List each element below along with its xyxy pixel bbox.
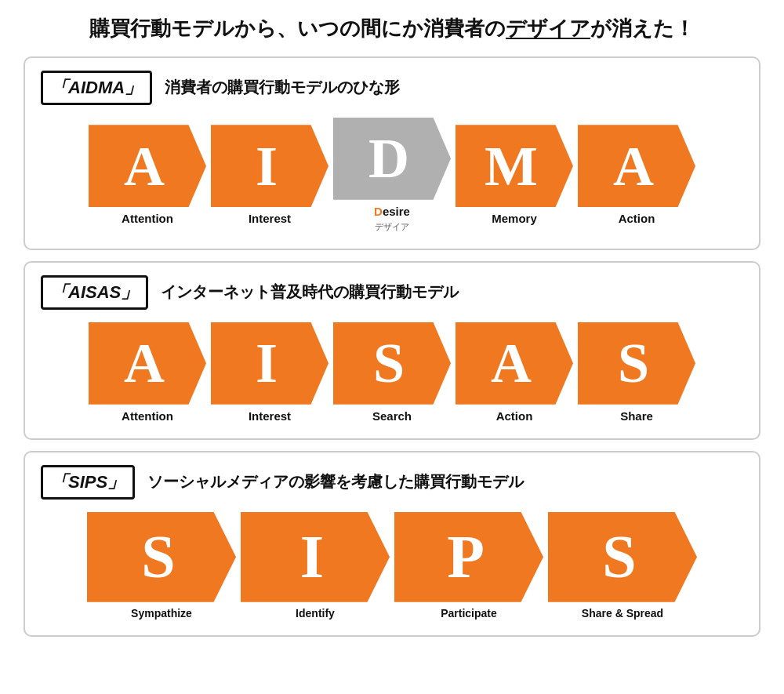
- arrow-shape-A-4: A: [578, 125, 695, 207]
- section-header-sips: 「SIPS」ソーシャルメディアの影響を考慮した購買行動モデル: [41, 465, 743, 500]
- arrow-letter-S-4: S: [618, 335, 649, 391]
- section-label-aisas: 「AISAS」: [41, 275, 148, 310]
- arrow-item-A-0: AAttention: [89, 125, 206, 225]
- section-aisas: 「AISAS」インターネット普及時代の購買行動モデルAAttentionIInt…: [24, 261, 760, 440]
- arrow-letter-A-0: A: [124, 335, 165, 391]
- arrow-item-I-1: IInterest: [211, 125, 328, 225]
- arrows-row-sips: SSympathizeIIdentifyPParticipateSShare &…: [41, 512, 743, 620]
- arrow-letter-I-1: I: [300, 526, 324, 587]
- arrow-shape-A-0: A: [89, 322, 206, 405]
- arrow-item-S-4: SShare: [578, 322, 695, 423]
- arrow-item-I-1: IIdentify: [241, 512, 390, 620]
- section-label-sips: 「SIPS」: [41, 465, 135, 500]
- arrow-label-3: Share & Spread: [582, 607, 663, 620]
- arrow-shape-S-3: S: [548, 512, 697, 602]
- arrow-letter-D-2: D: [368, 130, 409, 187]
- arrow-letter-A-0: A: [124, 138, 165, 194]
- arrow-item-M-3: MMemory: [456, 125, 573, 225]
- arrow-item-D-2: DDesireデザイア: [333, 118, 451, 233]
- arrow-shape-D-2: D: [333, 118, 451, 200]
- arrow-shape-I-1: I: [211, 125, 328, 207]
- section-sips: 「SIPS」ソーシャルメディアの影響を考慮した購買行動モデルSSympathiz…: [24, 451, 760, 637]
- desire-sublabel: デザイア: [375, 221, 409, 233]
- arrow-item-A-0: AAttention: [89, 322, 206, 423]
- arrow-item-S-0: SSympathize: [87, 512, 236, 620]
- arrow-shape-S-4: S: [578, 322, 695, 405]
- arrow-label-0: Sympathize: [131, 607, 192, 620]
- arrow-label-1: Interest: [249, 212, 291, 225]
- arrow-label-3: Action: [496, 409, 533, 423]
- arrow-letter-S-3: S: [602, 526, 636, 587]
- arrow-letter-A-3: A: [491, 335, 532, 391]
- arrow-item-P-2: PParticipate: [394, 512, 543, 620]
- arrow-letter-P-2: P: [447, 526, 485, 587]
- arrows-row-aisas: AAttentionIInterestSSearchAActionSShare: [41, 322, 743, 423]
- arrow-shape-P-2: P: [394, 512, 543, 602]
- arrow-letter-S-2: S: [373, 335, 405, 391]
- arrow-label-4: Share: [620, 409, 653, 423]
- arrow-item-A-4: AAction: [578, 125, 695, 225]
- arrow-item-A-3: AAction: [456, 322, 573, 423]
- arrow-shape-I-1: I: [241, 512, 390, 602]
- desire-label: Desire: [374, 205, 410, 218]
- section-header-aidma: 「AIDMA」消費者の購買行動モデルのひな形: [41, 71, 743, 105]
- arrow-item-I-1: IInterest: [211, 322, 328, 423]
- arrow-label-0: Attention: [122, 212, 173, 225]
- arrow-letter-A-4: A: [613, 138, 654, 194]
- section-desc-aisas: インターネット普及時代の購買行動モデル: [161, 282, 459, 303]
- arrow-label-0: Attention: [122, 409, 173, 423]
- arrow-shape-S-0: S: [87, 512, 236, 602]
- arrow-shape-I-1: I: [211, 322, 328, 405]
- arrow-item-S-2: SSearch: [333, 322, 451, 423]
- arrow-label-1: Identify: [296, 607, 335, 620]
- section-header-aisas: 「AISAS」インターネット普及時代の購買行動モデル: [41, 275, 743, 310]
- arrow-item-S-3: SShare & Spread: [548, 512, 697, 620]
- arrow-label-4: Action: [619, 212, 655, 225]
- arrow-label-3: Memory: [492, 212, 537, 225]
- arrow-label-1: Interest: [249, 409, 291, 423]
- arrow-letter-S-0: S: [141, 526, 175, 587]
- arrow-shape-M-3: M: [456, 125, 573, 207]
- arrow-letter-I-1: I: [256, 335, 278, 391]
- arrow-letter-M-3: M: [485, 138, 538, 194]
- arrows-row-aidma: AAttentionIInterestDDesireデザイアMMemoryAAc…: [41, 118, 743, 233]
- section-desc-sips: ソーシャルメディアの影響を考慮した購買行動モデル: [147, 471, 524, 492]
- arrow-label-2: Search: [372, 409, 412, 423]
- section-aidma: 「AIDMA」消費者の購買行動モデルのひな形AAttentionIInteres…: [24, 56, 760, 250]
- arrow-shape-S-2: S: [333, 322, 451, 405]
- main-title: 購買行動モデルから、いつの間にか消費者のデザイアが消えた！: [89, 16, 695, 42]
- arrow-label-2: Participate: [441, 607, 497, 620]
- arrow-shape-A-3: A: [456, 322, 573, 405]
- arrow-shape-A-0: A: [89, 125, 206, 207]
- section-desc-aidma: 消費者の購買行動モデルのひな形: [165, 77, 400, 98]
- arrow-letter-I-1: I: [256, 138, 278, 194]
- section-label-aidma: 「AIDMA」: [41, 71, 152, 105]
